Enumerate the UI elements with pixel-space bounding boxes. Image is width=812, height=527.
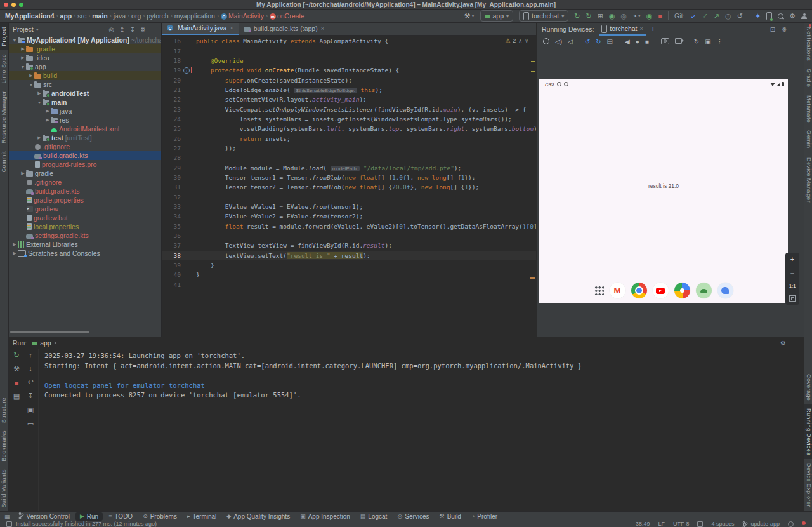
git-rollback-button[interactable]: ↺	[737, 13, 743, 20]
git-update-button[interactable]: ↙	[690, 13, 696, 20]
down-stack-trace-button[interactable]: ↓	[29, 364, 32, 372]
hide-panel-button[interactable]: —	[794, 26, 800, 33]
tree-item-proguard-rules.pro[interactable]: proguard-rules.pro	[9, 160, 161, 169]
indent-setting[interactable]: 4 spaces	[711, 521, 734, 527]
zoom-reset-button[interactable]: 1:1	[789, 284, 796, 288]
settings-button[interactable]: ⚙	[789, 13, 796, 20]
project-panel-title[interactable]: Project	[13, 25, 34, 33]
volume-up-button[interactable]: ◁)	[555, 39, 562, 45]
run-tab-app[interactable]: app ×	[32, 339, 57, 347]
stripe-item-metamate[interactable]: Metamate	[804, 91, 812, 126]
tree-toggle-icon[interactable]: ▶	[11, 242, 18, 247]
status-message[interactable]: Install successfully finished in 277 ms.…	[16, 521, 157, 527]
stripe-item-gemini[interactable]: Gemini	[804, 126, 812, 154]
tool-window-button-logcat[interactable]: ▤Logcat	[356, 512, 392, 521]
collapse-all-icon[interactable]: ↧	[130, 26, 135, 33]
print-button[interactable]: ▣	[27, 406, 34, 414]
prev-warning-button[interactable]: ∧	[518, 38, 522, 44]
code-line-23[interactable]: 23 ViewCompat.setOnApplyWindowInsetsList…	[162, 104, 536, 114]
more-button[interactable]: ⋮	[717, 39, 723, 45]
tree-item-.gitignore[interactable]: .gitignore	[9, 178, 161, 187]
breadcrumb-item-oncreate[interactable]: monCreate	[270, 12, 304, 20]
device-manager-button[interactable]	[766, 12, 772, 20]
code-line-26[interactable]: 26 return insets;	[162, 133, 536, 143]
tree-item-androidtest[interactable]: ▶androidTest	[9, 89, 161, 98]
tree-toggle-icon[interactable]: ▼	[28, 83, 34, 87]
code-line-25[interactable]: 25 v.setPadding(systemBars.left, systemB…	[162, 124, 536, 133]
tree-item-app[interactable]: ▼app	[9, 62, 161, 71]
code-line-30[interactable]: 30 Tensor tensor1 = Tensor.fromBlob(new …	[162, 173, 536, 182]
debug-button[interactable]: ◉	[609, 13, 615, 20]
git-branch-widget[interactable]: update-app	[742, 521, 780, 527]
close-icon[interactable]: ×	[321, 25, 324, 32]
tree-toggle-icon[interactable]: ▼	[20, 65, 26, 69]
code-line-29[interactable]: 29 Module module = Module.load( modelPat…	[162, 163, 536, 172]
snapshots-button[interactable]: ▣	[705, 39, 710, 45]
apply-code-changes-button[interactable]: ↻	[586, 13, 591, 20]
breadcrumb-item-java[interactable]: java	[114, 12, 126, 20]
git-push-button[interactable]: ↗	[714, 13, 719, 20]
tree-item-local.properties[interactable]: local.properties	[9, 222, 161, 231]
scroll-to-end-button[interactable]: ↧	[27, 392, 33, 400]
code-area[interactable]: 16public class MainActivity extends AppC…	[162, 36, 536, 290]
apply-changes-button[interactable]: ↻	[574, 13, 580, 20]
code-line-40[interactable]: 40}	[162, 270, 536, 279]
run-config-select[interactable]: app▾	[480, 10, 514, 22]
rotate-right-button[interactable]: ↻	[596, 39, 601, 45]
breadcrumb-item-src[interactable]: src	[77, 12, 86, 20]
tree-item-test[interactable]: ▶test[unitTest]	[9, 133, 161, 142]
tool-window-button-todo[interactable]: ≡TODO	[104, 512, 137, 521]
tree-toggle-icon[interactable]: ▶	[20, 171, 26, 176]
code-line-39[interactable]: 39 }	[162, 260, 536, 270]
code-line-33[interactable]: 33 EValue eValue1 = EValue.from(tensor1)…	[162, 202, 536, 211]
stop-button[interactable]: ■	[15, 379, 19, 387]
tree-item-java[interactable]: ▶java	[9, 107, 161, 116]
tree-toggle-icon[interactable]: ▶	[20, 55, 26, 60]
chrome-icon[interactable]	[631, 283, 647, 298]
chevron-down-icon[interactable]: ▾	[36, 27, 39, 32]
stripe-item-coverage[interactable]: Coverage	[804, 370, 812, 404]
back-button[interactable]: ◀	[625, 39, 630, 45]
code-line-21[interactable]: 21 EdgeToEdge.enable( $this$enableEdgeTo…	[162, 85, 536, 95]
gear-icon[interactable]: ⚙	[782, 26, 787, 33]
horizontal-scrollbar[interactable]	[10, 331, 89, 333]
tree-toggle-icon[interactable]: ▶	[20, 46, 26, 51]
tree-item-.gitignore[interactable]: .gitignore	[9, 142, 161, 151]
close-window-button[interactable]	[4, 3, 8, 7]
home-button[interactable]: ●	[636, 39, 639, 45]
locate-file-icon[interactable]: ◎	[109, 26, 115, 33]
git-history-button[interactable]: ◷	[725, 13, 731, 20]
scrollbar-warning-mark[interactable]	[531, 71, 535, 72]
tree-item-build.gradle.kts[interactable]: build.gradle.kts	[9, 187, 161, 196]
android-api-icon[interactable]	[696, 283, 712, 298]
code-line-24[interactable]: 24 Insets systemBars = insets.getInsets(…	[162, 114, 536, 124]
stop-button[interactable]: ■	[658, 13, 662, 20]
tree-toggle-icon[interactable]: ▶	[28, 73, 34, 78]
tool-window-button-profiler[interactable]: ◔Profiler	[467, 512, 502, 521]
clear-all-button[interactable]: ▭	[27, 420, 34, 428]
tool-window-button-app-quality-insights[interactable]: ◆App Quality Insights	[222, 512, 294, 521]
next-warning-button[interactable]: ∨	[525, 38, 528, 44]
fold-button[interactable]: ▤	[607, 39, 613, 45]
inspection-widget[interactable]: ⚠ 2 ∧ ∨	[505, 37, 528, 44]
run-console[interactable]: 2025-03-27 19:36:54: Launching app on 't…	[44, 351, 799, 401]
stripe-item-bookmarks[interactable]: Bookmarks	[0, 427, 8, 465]
tree-item-androidmanifest.xml[interactable]: AndroidManifest.xml	[9, 124, 161, 133]
close-icon[interactable]: ×	[54, 340, 57, 346]
tool-window-button-version-control[interactable]: Version Control	[14, 512, 74, 521]
profiler-button[interactable]: ◔▾	[632, 13, 641, 20]
scrollbar-caret-mark[interactable]	[530, 277, 535, 279]
editor-tab-mainactivity.java[interactable]: CMainActivity.java×	[162, 23, 239, 35]
code-line-28[interactable]: 28	[162, 153, 536, 163]
up-stack-trace-button[interactable]: ↑	[29, 351, 32, 359]
layout-mode-button[interactable]: ⊡	[770, 26, 775, 33]
stripe-item-structure[interactable]: Structure	[0, 394, 8, 427]
tree-item-gradlew[interactable]: gradlew	[9, 204, 161, 213]
power-button[interactable]	[543, 38, 549, 46]
device-select[interactable]: torchchat▾	[519, 10, 568, 22]
tree-toggle-icon[interactable]: ▶	[11, 251, 18, 256]
zoom-fit-button[interactable]	[789, 295, 796, 302]
stripe-item-limo-spec[interactable]: Limo Spec	[0, 50, 8, 87]
coverage-button[interactable]: ◎	[621, 13, 627, 20]
ai-assistant-button[interactable]: ✦	[755, 13, 761, 20]
